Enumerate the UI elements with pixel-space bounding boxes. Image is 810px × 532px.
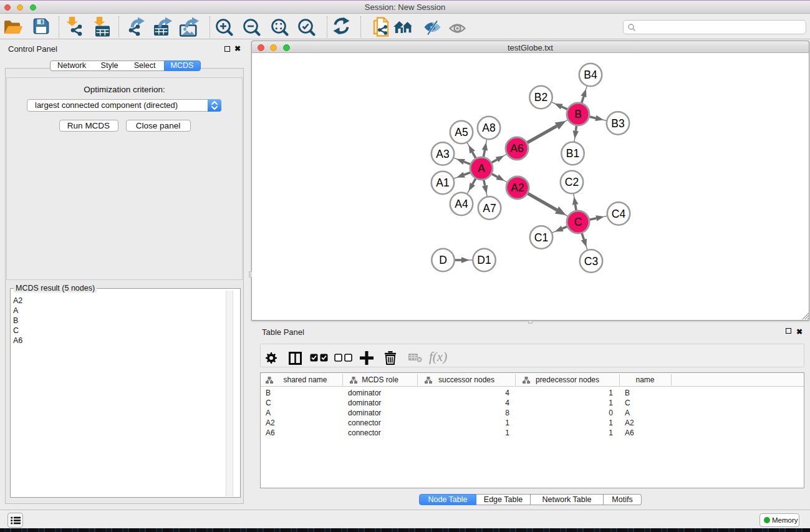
- svg-text:A: A: [478, 162, 485, 175]
- svg-text:A5: A5: [455, 126, 468, 138]
- svg-text:A7: A7: [483, 202, 496, 215]
- svg-text:C2: C2: [565, 176, 579, 188]
- svg-text:A4: A4: [455, 198, 468, 210]
- svg-text:C1: C1: [534, 231, 548, 244]
- svg-text:A6: A6: [510, 142, 523, 155]
- svg-text:B2: B2: [534, 91, 547, 104]
- svg-text:A1: A1: [436, 177, 449, 189]
- svg-text:C4: C4: [612, 208, 626, 220]
- svg-text:B: B: [574, 108, 582, 120]
- svg-text:B3: B3: [611, 117, 624, 130]
- svg-text:A2: A2: [511, 181, 524, 194]
- svg-text:B1: B1: [566, 147, 579, 160]
- svg-text:D1: D1: [477, 254, 491, 266]
- svg-text:A3: A3: [436, 148, 449, 160]
- svg-text:A8: A8: [482, 122, 495, 134]
- svg-text:D: D: [439, 254, 447, 266]
- svg-text:B4: B4: [584, 69, 597, 81]
- svg-text:C: C: [574, 216, 582, 228]
- svg-text:C3: C3: [584, 255, 598, 268]
